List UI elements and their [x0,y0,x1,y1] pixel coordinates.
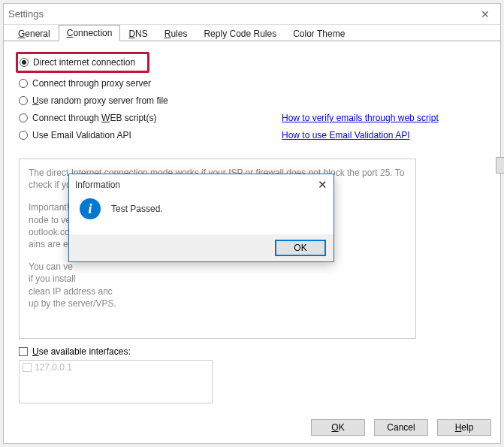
tab-general[interactable]: General [10,26,59,41]
checkbox-available-interfaces[interactable] [19,347,28,356]
link-web-script[interactable]: How to verify emails through web script [282,113,439,123]
radio-label-web: Connect through WEB script(s) [32,113,156,123]
info-dialog: Information ✕ i Test Passed. OK [68,174,334,262]
cancel-button[interactable]: Cancel [374,419,428,436]
dialog-title: Information [75,180,318,190]
tab-color-theme[interactable]: Color Theme [285,26,353,41]
radio-label-api: Use Email Validation API [32,130,131,140]
desc-p3: You can veif you installclean IP address… [29,261,406,310]
radio-random[interactable] [19,96,28,105]
radio-direct[interactable] [20,58,29,67]
radio-label-direct: Direct internet connection [33,57,135,68]
link-email-api[interactable]: How to use Email Validation API [282,130,410,140]
radio-web[interactable] [19,113,28,122]
radio-label-proxy: Connect through proxy server [32,78,151,89]
dialog-message: Test Passed. [111,204,163,214]
label-available-interfaces: Use available interfaces: [32,346,131,357]
dialog-ok-button[interactable]: OK [275,240,326,256]
test-button[interactable]: Test [496,157,504,174]
tab-reply-code-rules[interactable]: Reply Code Rules [195,26,285,41]
radio-api[interactable] [19,131,28,140]
highlight-annotation: Direct internet connection [16,52,149,73]
help-button[interactable]: Help [437,419,491,436]
tab-bar: General Connection DNS Rules Reply Code … [4,25,500,41]
interfaces-list: 127.0.0.1 [19,360,213,403]
dialog-close-icon[interactable]: ✕ [318,178,327,192]
tab-connection[interactable]: Connection [59,25,121,41]
radio-proxy[interactable] [19,79,28,88]
info-icon: i [80,198,101,219]
tab-rules[interactable]: Rules [156,26,196,41]
interface-item-label: 127.0.0.1 [35,362,72,373]
radio-label-random: Use random proxy server from file [32,95,168,106]
window-title: Settings [8,8,475,20]
ok-button[interactable]: OK [311,419,365,436]
close-icon[interactable]: ✕ [475,7,496,22]
tab-dns[interactable]: DNS [120,26,155,41]
checkbox-interface-item [23,363,32,372]
